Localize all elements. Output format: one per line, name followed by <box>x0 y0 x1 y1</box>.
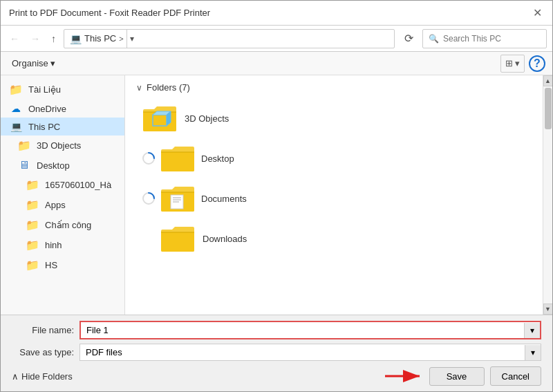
save-dialog: Print to PDF Document - Foxit Reader PDF… <box>0 0 553 392</box>
folder-svg-documents <box>160 184 196 213</box>
folder-icon: 📁 <box>17 139 31 152</box>
forward-button[interactable]: → <box>27 32 44 46</box>
sidebar-item-label: OneDrive <box>28 104 66 114</box>
folder-label-documents: Documents <box>201 194 247 204</box>
desktop-icon: 🖥 <box>17 159 31 171</box>
sidebar-item-onedrive[interactable]: ☁ OneDrive <box>1 100 124 118</box>
folder-item-documents[interactable]: Documents <box>160 184 247 213</box>
folder-icon: 📁 <box>26 259 39 272</box>
sidebar-item-hs[interactable]: 📁 HS <box>1 255 124 275</box>
hide-folders-chevron: ∧ <box>12 371 19 382</box>
path-dropdown-button[interactable]: ▾ <box>126 30 137 48</box>
main-content: 📁 Tài Liệu ☁ OneDrive 💻 This PC 📁 3D Obj… <box>1 75 552 315</box>
folder-item-desktop[interactable]: Desktop <box>160 144 234 173</box>
folder-icon: 📁 <box>9 83 23 96</box>
sidebar-item-label: HS <box>45 260 57 270</box>
refresh-button[interactable]: ⟳ <box>399 29 418 48</box>
view-icon: ⊞ <box>505 58 513 68</box>
dialog-buttons: Save Cancel <box>385 366 541 386</box>
folder-label-downloads: Downloads <box>203 234 247 244</box>
hide-folders-button[interactable]: ∧ Hide Folders <box>12 371 73 382</box>
pc-icon: 💻 <box>70 33 82 44</box>
scroll-up-arrow[interactable]: ▲ <box>543 75 553 86</box>
address-path[interactable]: 💻 This PC > ▾ <box>64 29 395 48</box>
folder-svg-downloads <box>160 224 196 253</box>
back-button[interactable]: ← <box>6 32 23 46</box>
pc-icon: 💻 <box>9 121 23 132</box>
folder-label-desktop: Desktop <box>201 153 234 164</box>
sidebar-item-label: 3D Objects <box>37 140 81 151</box>
savetype-select-wrapper: PDF files ▾ <box>79 344 541 361</box>
sidebar-item-desktop[interactable]: 🖥 Desktop <box>1 156 124 175</box>
sidebar-item-label: Tài Liệu <box>28 84 61 95</box>
sidebar-item-3d-objects[interactable]: 📁 3D Objects <box>1 136 124 156</box>
folders-count: Folders (7) <box>147 82 190 93</box>
action-row: ∧ Hide Folders Save Canc <box>12 366 541 386</box>
address-bar: ← → ↑ 💻 This PC > ▾ ⟳ 🔍 <box>1 26 552 52</box>
folder-item-downloads[interactable]: Downloads <box>154 220 265 257</box>
sidebar-item-label: This PC <box>28 122 60 132</box>
folders-chevron: ∨ <box>136 83 142 93</box>
close-button[interactable]: ✕ <box>530 6 544 20</box>
sidebar-item-cham-cong[interactable]: 📁 Chấm công <box>1 215 124 235</box>
help-button[interactable]: ? <box>529 55 545 72</box>
folder-icon: 📁 <box>26 198 39 212</box>
sidebar-item-1657060100[interactable]: 📁 1657060100_Hà <box>1 175 124 195</box>
folder-svg-desktop <box>160 144 196 173</box>
loading-spinner-desktop <box>142 151 156 165</box>
search-input[interactable] <box>443 34 541 44</box>
sidebar-item-label: Chấm công <box>45 220 91 230</box>
sidebar-item-apps[interactable]: 📁 Apps <box>1 195 124 215</box>
organise-button[interactable]: Organise ▾ <box>8 56 59 71</box>
savetype-select[interactable]: PDF files <box>80 344 525 360</box>
sidebar-item-tai-lieu[interactable]: 📁 Tài Liệu <box>1 80 124 100</box>
sidebar-item-label: Desktop <box>37 160 70 171</box>
filename-input-wrapper: ▾ <box>79 321 541 339</box>
sidebar-item-label: hinh <box>45 240 62 250</box>
folder-icon: 📁 <box>26 218 39 232</box>
savetype-row: Save as type: PDF files ▾ <box>12 344 541 361</box>
savetype-label: Save as type: <box>12 347 74 357</box>
bottom-section: File name: ▾ Save as type: PDF files ▾ ∧… <box>1 315 552 391</box>
scroll-thumb[interactable] <box>545 88 552 129</box>
sidebar: 📁 Tài Liệu ☁ OneDrive 💻 This PC 📁 3D Obj… <box>1 75 125 315</box>
search-icon: 🔍 <box>429 34 439 44</box>
search-box: 🔍 <box>422 29 547 48</box>
folder-label-3d-objects: 3D Objects <box>185 113 229 124</box>
folder-svg-3d-objects <box>142 104 178 133</box>
path-text: This PC <box>84 33 116 44</box>
organise-label: Organise <box>12 58 48 68</box>
sidebar-item-hinh[interactable]: 📁 hinh <box>1 235 124 255</box>
folders-header: ∨ Folders (7) <box>136 82 532 93</box>
toolbar: Organise ▾ ⊞ ▾ ? <box>1 52 552 75</box>
dialog-title: Print to PDF Document - Foxit Reader PDF… <box>9 8 210 18</box>
sidebar-item-label: 1657060100_Hà <box>45 180 111 190</box>
file-browser: ∨ Folders (7) <box>125 75 543 315</box>
path-chevron: > <box>119 35 123 43</box>
scroll-track <box>543 86 553 304</box>
filename-dropdown-button[interactable]: ▾ <box>524 323 540 338</box>
savetype-dropdown-button[interactable]: ▾ <box>525 345 541 360</box>
filename-row: File name: ▾ <box>12 321 541 339</box>
save-button[interactable]: Save <box>429 367 485 386</box>
view-chevron: ▾ <box>515 58 520 68</box>
cancel-button[interactable]: Cancel <box>490 366 541 386</box>
organise-chevron: ▾ <box>50 58 55 68</box>
vertical-scrollbar[interactable]: ▲ ▼ <box>543 75 552 315</box>
hide-folders-label: Hide Folders <box>21 371 73 382</box>
sidebar-item-this-pc[interactable]: 💻 This PC <box>1 118 124 136</box>
title-bar: Print to PDF Document - Foxit Reader PDF… <box>1 1 552 26</box>
folder-icon: 📁 <box>26 178 39 192</box>
view-button[interactable]: ⊞ ▾ <box>500 55 525 73</box>
filename-label: File name: <box>12 325 74 335</box>
sidebar-item-label: Apps <box>45 200 66 210</box>
save-arrow-annotation <box>385 366 427 386</box>
filename-input[interactable] <box>81 322 524 338</box>
up-button[interactable]: ↑ <box>48 32 59 46</box>
scroll-down-arrow[interactable]: ▼ <box>543 304 553 315</box>
loading-spinner-documents <box>142 192 156 205</box>
folder-item-3d-objects[interactable]: 3D Objects <box>136 100 247 137</box>
onedrive-icon: ☁ <box>9 103 23 114</box>
folder-icon: 📁 <box>26 239 39 252</box>
